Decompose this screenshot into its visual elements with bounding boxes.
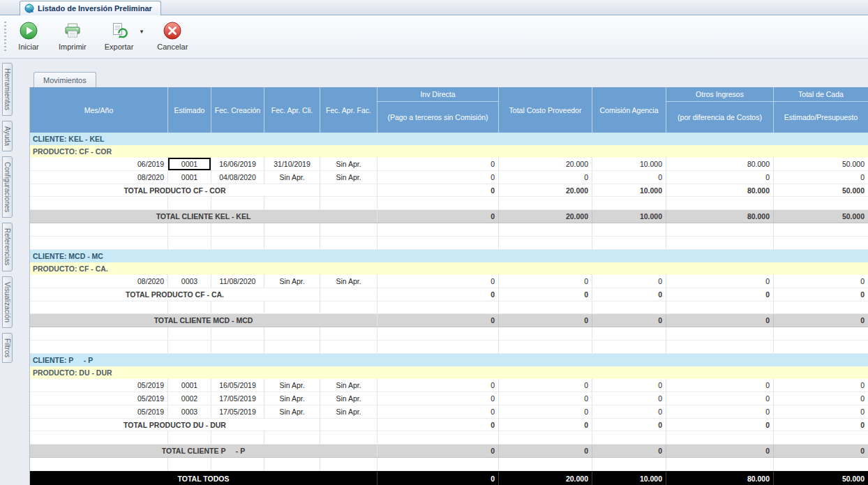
export-dropdown-caret[interactable]: ▾ xyxy=(140,28,144,35)
cell-estimado[interactable]: 0003 xyxy=(168,275,211,288)
col-header-estimado[interactable]: Estimado xyxy=(168,87,211,133)
cell-comision-agencia[interactable]: 0 xyxy=(592,275,666,288)
cell-fec-apr-cli[interactable]: Sin Apr. xyxy=(264,405,320,418)
cell-otros-ingresos[interactable]: 0 xyxy=(666,275,774,288)
col-header-total-de-cada[interactable]: Total de Cada Estimado/Presupuesto xyxy=(774,87,868,133)
cell-total-costo-proveedor[interactable]: 0 xyxy=(499,392,592,405)
cell-otros-ingresos[interactable]: 80.000 xyxy=(666,158,774,170)
cell-comision-agencia-empty xyxy=(592,327,666,340)
cell-inv-directa[interactable]: 0 xyxy=(377,405,499,418)
cell-estimado[interactable]: 0002 xyxy=(168,392,211,405)
cell-fec-apr-fac[interactable]: Sin Apr. xyxy=(320,275,377,288)
cell-fec-creacion[interactable]: 16/05/2019 xyxy=(211,379,264,391)
col-header-comision-agencia[interactable]: Comisión Agencia xyxy=(592,87,666,133)
cell-otros-ingresos[interactable]: 0 xyxy=(666,171,774,184)
total-client-value-total-de-cada: 50.000 xyxy=(774,210,868,223)
tab-movimientos[interactable]: Movimientos xyxy=(33,72,96,87)
cell-fec-apr-fac[interactable]: Sin Apr. xyxy=(320,405,377,418)
cell-estimado[interactable]: 0001 xyxy=(168,171,211,184)
cell-total-de-cada-empty xyxy=(774,197,868,209)
cancelar-button[interactable]: Cancelar xyxy=(151,19,193,53)
cell-fec-apr-fac[interactable]: Sin Apr. xyxy=(320,158,377,170)
cell-fec-creacion[interactable]: 11/08/2020 xyxy=(211,275,264,288)
col-header-total-costo-proveedor[interactable]: Total Costo Proveedor xyxy=(499,87,592,133)
cell-mes-ano[interactable]: 05/2019 xyxy=(30,392,168,405)
iniciar-button[interactable]: Iniciar xyxy=(11,19,46,53)
cell-total-de-cada[interactable]: 0 xyxy=(774,171,868,184)
cell-fec-apr-fac[interactable]: Sin Apr. xyxy=(320,379,377,391)
toolbar-gripper[interactable] xyxy=(4,22,6,52)
total-client-value-inv-directa: 0 xyxy=(377,314,499,327)
cell-inv-directa[interactable]: 0 xyxy=(377,171,499,184)
cell-total-costo-proveedor[interactable]: 0 xyxy=(499,171,592,184)
sidetab-filtros[interactable]: Filtros xyxy=(2,333,13,363)
cell-mes-ano[interactable]: 05/2019 xyxy=(30,379,168,391)
col-header-fec-apr-fac[interactable]: Fec. Apr. Fac. xyxy=(320,87,377,133)
sidetab-referencias[interactable]: Referencias xyxy=(2,223,13,271)
sidetab-configuraciones[interactable]: Configuraciones xyxy=(2,156,13,218)
col-header-fec-apr-cli[interactable]: Fec. Apr. Cli. xyxy=(264,87,320,133)
cell-total-de-cada[interactable]: 0 xyxy=(774,275,868,288)
cell-fec-apr-fac[interactable]: Sin Apr. xyxy=(320,171,377,184)
cell-fec-apr-cli[interactable]: Sin Apr. xyxy=(264,275,320,288)
total-client-value-otros-ingresos: 0 xyxy=(666,314,774,327)
cell-fec-creacion[interactable]: 04/08/2020 xyxy=(211,171,264,184)
cell-estimado[interactable]: 0003 xyxy=(168,405,211,418)
cell-fec-creacion[interactable]: 17/05/2019 xyxy=(211,405,264,418)
row-product: PRODUCTO: CF - CA. xyxy=(30,262,868,275)
imprimir-button[interactable]: Imprimir xyxy=(53,19,92,53)
cell-fec-creacion[interactable]: 17/05/2019 xyxy=(211,392,264,405)
cell-estimado[interactable]: 0001 xyxy=(168,379,211,391)
cell-comision-agencia[interactable]: 0 xyxy=(592,171,666,184)
cell-total-costo-proveedor[interactable]: 0 xyxy=(499,405,592,418)
cell-comision-agencia[interactable]: 0 xyxy=(592,392,666,405)
cell-comision-agencia[interactable]: 0 xyxy=(592,405,666,418)
cell-inv-directa[interactable]: 0 xyxy=(377,275,499,288)
cell-total-de-cada-empty xyxy=(774,223,868,236)
exportar-button[interactable]: Exportar ▾ xyxy=(99,19,145,53)
cell-fec-apr-fac-empty xyxy=(320,301,377,314)
cell-total-costo-proveedor[interactable]: 0 xyxy=(499,379,592,391)
sidetab-ayuda[interactable]: Ayuda xyxy=(2,121,13,151)
sidetab-herramientas[interactable]: Herramientas xyxy=(2,63,13,116)
cell-otros-ingresos[interactable]: 0 xyxy=(666,405,774,418)
cell-total-de-cada[interactable]: 0 xyxy=(774,405,868,418)
cell-fec-apr-cli[interactable]: Sin Apr. xyxy=(264,171,320,184)
cell-inv-directa[interactable]: 0 xyxy=(377,392,499,405)
cell-otros-ingresos[interactable]: 0 xyxy=(666,379,774,391)
col-header-label: (por diferencia de Costos) xyxy=(678,113,762,121)
cell-estimado-selected[interactable]: 0001 xyxy=(168,158,211,170)
cell-inv-directa[interactable]: 0 xyxy=(377,379,499,391)
cell-comision-agencia[interactable]: 10.000 xyxy=(592,158,666,170)
sidetab-visualizacion[interactable]: Visualización xyxy=(2,276,13,328)
cell-fec-apr-cli[interactable]: Sin Apr. xyxy=(264,392,320,405)
col-header-mes-ano[interactable]: Mes/Año xyxy=(30,87,168,133)
cell-otros-ingresos[interactable]: 0 xyxy=(666,392,774,405)
cell-mes-ano[interactable]: 06/2019 xyxy=(30,158,168,170)
col-header-otros-ingresos[interactable]: Otros Ingresos (por diferencia de Costos… xyxy=(666,87,774,133)
cell-fec-creacion-empty xyxy=(211,223,264,236)
cell-mes-ano[interactable]: 08/2020 xyxy=(30,171,168,184)
col-header-inv-directa[interactable]: Inv Directa (Pago a terceros sin Comisió… xyxy=(377,87,499,133)
dock-tabstrip: Herramientas Ayuda Configuraciones Refer… xyxy=(0,59,14,485)
cell-total-costo-proveedor[interactable]: 0 xyxy=(499,275,592,288)
window-tab[interactable]: Listado de Inversión Preliminar xyxy=(20,1,161,15)
cell-mes-ano[interactable]: 05/2019 xyxy=(30,405,168,418)
cell-inv-directa[interactable]: 0 xyxy=(377,158,499,170)
cell-fec-apr-cli[interactable]: Sin Apr. xyxy=(264,379,320,391)
sidetab-label: Herramientas xyxy=(3,68,11,110)
col-header-label: Total de Cada xyxy=(798,90,844,98)
cell-fec-apr-fac[interactable]: Sin Apr. xyxy=(320,392,377,405)
cell-fec-apr-cli-empty xyxy=(264,237,320,249)
cell-total-de-cada[interactable]: 50.000 xyxy=(774,158,868,170)
cell-total-costo-proveedor-empty xyxy=(499,237,592,249)
cell-total-de-cada[interactable]: 0 xyxy=(774,392,868,405)
cell-fec-apr-cli[interactable]: 31/10/2019 xyxy=(264,158,320,170)
cell-mes-ano[interactable]: 08/2020 xyxy=(30,275,168,288)
cell-comision-agencia[interactable]: 0 xyxy=(592,379,666,391)
cell-fec-creacion[interactable]: 16/06/2019 xyxy=(211,158,264,170)
cell-total-costo-proveedor[interactable]: 20.000 xyxy=(499,158,592,170)
cell-total-de-cada[interactable]: 0 xyxy=(774,379,868,391)
product-band-label: PRODUCTO: DU - DUR xyxy=(30,366,112,379)
col-header-fec-creacion[interactable]: Fec. Creación xyxy=(211,87,264,133)
